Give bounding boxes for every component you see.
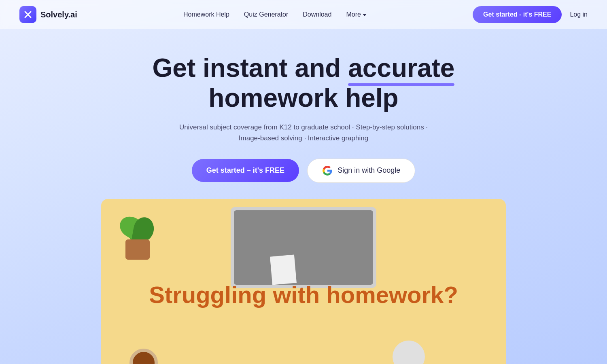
nav-login-button[interactable]: Log in — [570, 11, 588, 18]
nav-quiz-generator[interactable]: Quiz Generator — [244, 11, 288, 18]
hero-image: Struggling with homework? — [101, 199, 506, 364]
google-icon — [322, 165, 333, 176]
hero-title-accent: accurate — [348, 53, 454, 83]
nav-cta-button[interactable]: Get started - it's FREE — [473, 6, 562, 23]
laptop-decoration — [231, 207, 376, 288]
earbuds-decoration — [393, 341, 425, 364]
nav-links: Homework Help Quiz Generator Download Mo… — [183, 11, 367, 18]
hero-buttons: Get started – it's FREE Sign in with Goo… — [192, 159, 415, 183]
hero-google-button[interactable]: Sign in with Google — [307, 159, 415, 183]
hero-cta-button[interactable]: Get started – it's FREE — [192, 159, 299, 182]
struggling-text: Struggling with homework? — [149, 281, 458, 308]
nav-homework-help[interactable]: Homework Help — [183, 11, 229, 18]
hero-section: Get instant and accurate homework help U… — [0, 29, 607, 364]
navbar: Solvely.ai Homework Help Quiz Generator … — [0, 0, 607, 29]
nav-more[interactable]: More — [346, 11, 366, 18]
logo-icon — [19, 6, 36, 23]
hero-title-part2: homework help — [208, 83, 398, 112]
coffee-decoration — [129, 349, 158, 364]
hero-title: Get instant and accurate homework help — [153, 53, 455, 113]
note-decoration — [270, 254, 297, 285]
logo[interactable]: Solvely.ai — [19, 6, 77, 23]
chevron-down-icon — [363, 14, 367, 16]
hero-subtitle: Universal subject coverage from K12 to g… — [179, 122, 428, 144]
nav-download[interactable]: Download — [303, 11, 331, 18]
plant-decoration — [117, 211, 158, 260]
hero-title-part1: Get instant and — [153, 53, 348, 83]
nav-right: Get started - it's FREE Log in — [473, 6, 588, 23]
logo-text: Solvely.ai — [40, 10, 77, 19]
